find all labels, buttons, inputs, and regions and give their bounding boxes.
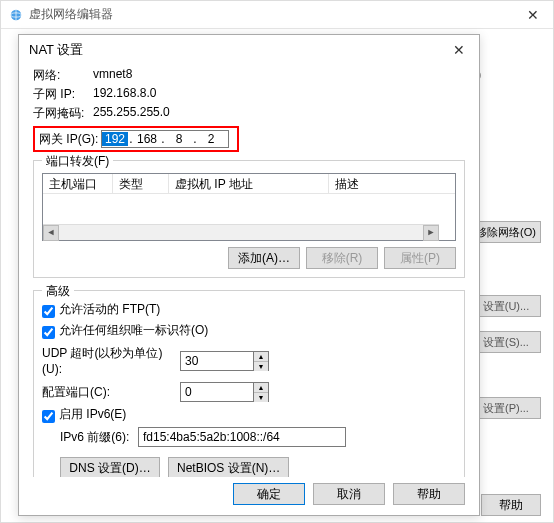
- gateway-label: 网关 IP(G):: [39, 131, 101, 148]
- udp-timeout-label: UDP 超时(以秒为单位)(U):: [42, 345, 180, 376]
- udp-timeout-input[interactable]: [181, 352, 253, 370]
- dialog-footer: 确定 取消 帮助: [19, 477, 479, 515]
- ipv6-prefix-input[interactable]: [138, 427, 346, 447]
- spin-down-icon[interactable]: ▼: [254, 393, 268, 402]
- gateway-ip-input[interactable]: . . .: [101, 130, 229, 148]
- help-button[interactable]: 帮助: [393, 483, 465, 505]
- dialog-title: NAT 设置: [29, 41, 83, 59]
- netbios-settings-button[interactable]: NetBIOS 设置(N)…: [168, 457, 289, 477]
- ok-button[interactable]: 确定: [233, 483, 305, 505]
- scroll-right-icon[interactable]: ►: [423, 225, 439, 241]
- gateway-octet-2[interactable]: [134, 132, 160, 146]
- subnet-mask-value: 255.255.255.0: [93, 105, 170, 122]
- remove-button: 移除(R): [306, 247, 378, 269]
- nat-settings-dialog: NAT 设置 ✕ 网络: vmnet8 子网 IP: 192.168.8.0 子…: [18, 34, 480, 516]
- spin-down-icon[interactable]: ▼: [254, 362, 268, 371]
- network-label: 网络:: [33, 67, 93, 84]
- subnet-mask-row: 子网掩码: 255.255.255.0: [33, 105, 465, 122]
- advanced-legend: 高级: [42, 283, 74, 300]
- advanced-group: 高级 允许活动的 FTP(T) 允许任何组织唯一标识符(O) UDP 超时(以秒…: [33, 290, 465, 477]
- allow-ftp-checkbox[interactable]: [42, 305, 55, 318]
- th-host-port[interactable]: 主机端口: [43, 174, 113, 193]
- config-port-input[interactable]: [181, 383, 253, 401]
- th-vm-ip[interactable]: 虚拟机 IP 地址: [169, 174, 329, 193]
- udp-timeout-row: UDP 超时(以秒为单位)(U): ▲▼: [42, 345, 456, 376]
- parent-right-controls: .0 移除网络(O) 设置(U)... 设置(S)... 设置(P)...: [471, 69, 541, 427]
- parent-close-icon[interactable]: ✕: [521, 5, 545, 25]
- config-port-row: 配置端口(C): ▲▼: [42, 382, 456, 402]
- settings-p-button[interactable]: 设置(P)...: [471, 397, 541, 419]
- dialog-body: 网络: vmnet8 子网 IP: 192.168.8.0 子网掩码: 255.…: [19, 65, 479, 477]
- dns-netbios-row: DNS 设置(D)… NetBIOS 设置(N)…: [42, 457, 456, 477]
- network-row: 网络: vmnet8: [33, 67, 465, 84]
- allow-oui-label: 允许任何组织唯一标识符(O): [59, 322, 208, 339]
- dns-settings-button[interactable]: DNS 设置(D)…: [60, 457, 160, 477]
- udp-timeout-spinner[interactable]: ▲▼: [180, 351, 269, 371]
- parent-help-button[interactable]: 帮助: [481, 494, 541, 516]
- ipv6-prefix-row: IPv6 前缀(6):: [42, 427, 456, 447]
- th-desc[interactable]: 描述: [329, 174, 455, 193]
- ipv6-enable-row: 启用 IPv6(E): [42, 406, 456, 423]
- cancel-button[interactable]: 取消: [313, 483, 385, 505]
- settings-s-button[interactable]: 设置(S)...: [471, 331, 541, 353]
- dialog-titlebar: NAT 设置 ✕: [19, 35, 479, 65]
- subnet-ip-value: 192.168.8.0: [93, 86, 156, 103]
- ftp-row: 允许活动的 FTP(T): [42, 301, 456, 318]
- close-icon[interactable]: ✕: [449, 40, 469, 60]
- parent-title: 虚拟网络编辑器: [29, 6, 113, 23]
- gateway-octet-3[interactable]: [166, 132, 192, 146]
- remove-network-button[interactable]: 移除网络(O): [471, 221, 541, 243]
- add-button[interactable]: 添加(A)…: [228, 247, 300, 269]
- scroll-left-icon[interactable]: ◄: [43, 225, 59, 241]
- gateway-row-highlight: 网关 IP(G): . . .: [33, 126, 239, 152]
- port-forward-table[interactable]: 主机端口 类型 虚拟机 IP 地址 描述 ◄ ►: [42, 173, 456, 241]
- parent-ghost-text: .0: [471, 69, 541, 83]
- subnet-mask-label: 子网掩码:: [33, 105, 93, 122]
- subnet-ip-row: 子网 IP: 192.168.8.0: [33, 86, 465, 103]
- parent-bottom-buttons: 帮助: [481, 494, 541, 516]
- app-icon: [9, 8, 23, 22]
- config-port-label: 配置端口(C):: [42, 384, 180, 401]
- table-header: 主机端口 类型 虚拟机 IP 地址 描述: [43, 174, 455, 194]
- enable-ipv6-checkbox[interactable]: [42, 410, 55, 423]
- properties-button: 属性(P): [384, 247, 456, 269]
- network-value: vmnet8: [93, 67, 132, 84]
- oui-row: 允许任何组织唯一标识符(O): [42, 322, 456, 339]
- horizontal-scrollbar[interactable]: ◄ ►: [43, 224, 439, 240]
- gateway-octet-1[interactable]: [102, 132, 128, 146]
- port-forward-group: 端口转发(F) 主机端口 类型 虚拟机 IP 地址 描述 ◄ ► 添加(A)… …: [33, 160, 465, 278]
- th-type[interactable]: 类型: [113, 174, 169, 193]
- allow-ftp-label: 允许活动的 FTP(T): [59, 301, 160, 318]
- spin-up-icon[interactable]: ▲: [254, 352, 268, 362]
- ipv6-prefix-label: IPv6 前缀(6):: [60, 429, 138, 446]
- spin-up-icon[interactable]: ▲: [254, 383, 268, 393]
- subnet-ip-label: 子网 IP:: [33, 86, 93, 103]
- port-forward-buttons: 添加(A)… 移除(R) 属性(P): [42, 247, 456, 269]
- enable-ipv6-label: 启用 IPv6(E): [59, 406, 126, 423]
- port-forward-legend: 端口转发(F): [42, 153, 113, 170]
- allow-oui-checkbox[interactable]: [42, 326, 55, 339]
- gateway-octet-4[interactable]: [198, 132, 224, 146]
- settings-u-button[interactable]: 设置(U)...: [471, 295, 541, 317]
- parent-titlebar: 虚拟网络编辑器 ✕: [1, 1, 553, 29]
- config-port-spinner[interactable]: ▲▼: [180, 382, 269, 402]
- scroll-track[interactable]: [59, 225, 423, 240]
